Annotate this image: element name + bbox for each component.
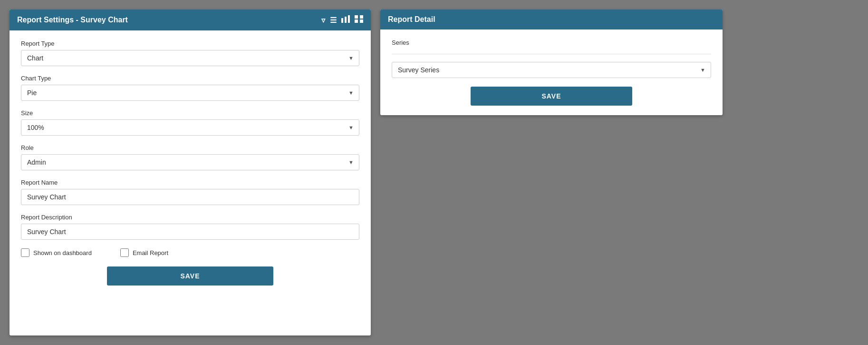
report-description-group: Report Description [21, 214, 359, 240]
svg-rect-6 [360, 20, 363, 23]
size-label: Size [21, 109, 359, 117]
left-panel: Report Settings - Survey Chart ▿ ☰ [10, 10, 371, 335]
email-report-label: Email Report [133, 249, 168, 256]
bar-chart-icon[interactable] [341, 15, 350, 25]
report-name-group: Report Name [21, 179, 359, 205]
series-select-wrapper: Survey Series Other Series [392, 62, 711, 78]
filter-icon[interactable]: ▿ [321, 16, 325, 25]
left-panel-header: Report Settings - Survey Chart ▿ ☰ [10, 10, 371, 30]
series-divider [392, 54, 711, 54]
series-label: Series [392, 39, 711, 46]
shown-on-dashboard-label: Shown on dashboard [33, 249, 92, 256]
size-group: Size 100% 75% 50% 25% [21, 109, 359, 136]
left-save-button[interactable]: SAVE [107, 266, 273, 286]
chart-type-select-wrapper: Pie Bar Line Doughnut [21, 85, 359, 101]
header-icons: ▿ ☰ [321, 15, 363, 25]
svg-rect-1 [345, 17, 347, 23]
chart-type-label: Chart Type [21, 75, 359, 82]
right-panel-header: Report Detail [380, 10, 723, 30]
report-name-input[interactable] [21, 189, 359, 205]
svg-rect-0 [341, 18, 343, 23]
report-description-input[interactable] [21, 224, 359, 240]
report-type-label: Report Type [21, 40, 359, 47]
report-type-select[interactable]: Chart Table List [21, 50, 359, 66]
svg-rect-2 [348, 15, 350, 23]
series-group: Series Survey Series Other Series [392, 39, 711, 78]
report-type-group: Report Type Chart Table List [21, 40, 359, 66]
shown-on-dashboard-checkbox[interactable] [21, 248, 29, 257]
left-panel-title: Report Settings - Survey Chart [17, 16, 128, 24]
svg-rect-3 [355, 15, 358, 19]
role-label: Role [21, 144, 359, 151]
right-panel: Report Detail Series Survey Series Other… [380, 10, 723, 115]
grid-icon[interactable] [355, 15, 363, 25]
series-select[interactable]: Survey Series Other Series [392, 62, 711, 78]
chart-type-select[interactable]: Pie Bar Line Doughnut [21, 85, 359, 101]
checkbox-row: Shown on dashboard Email Report [21, 248, 359, 257]
chart-type-group: Chart Type Pie Bar Line Doughnut [21, 75, 359, 101]
shown-on-dashboard-item[interactable]: Shown on dashboard [21, 248, 92, 257]
report-description-label: Report Description [21, 214, 359, 221]
role-select-wrapper: Admin User Manager [21, 154, 359, 170]
role-select[interactable]: Admin User Manager [21, 154, 359, 170]
left-panel-body: Report Type Chart Table List Chart Type … [10, 30, 371, 295]
svg-rect-5 [355, 20, 358, 23]
svg-rect-4 [360, 15, 363, 19]
report-type-select-wrapper: Chart Table List [21, 50, 359, 66]
report-name-label: Report Name [21, 179, 359, 186]
right-save-button[interactable]: SAVE [471, 87, 632, 106]
right-panel-body: Series Survey Series Other Series SAVE [380, 30, 723, 115]
email-report-item[interactable]: Email Report [120, 248, 168, 257]
role-group: Role Admin User Manager [21, 144, 359, 170]
list-icon[interactable]: ☰ [330, 16, 337, 25]
right-panel-title: Report Detail [388, 15, 435, 24]
size-select-wrapper: 100% 75% 50% 25% [21, 119, 359, 136]
size-select[interactable]: 100% 75% 50% 25% [21, 119, 359, 136]
email-report-checkbox[interactable] [120, 248, 129, 257]
